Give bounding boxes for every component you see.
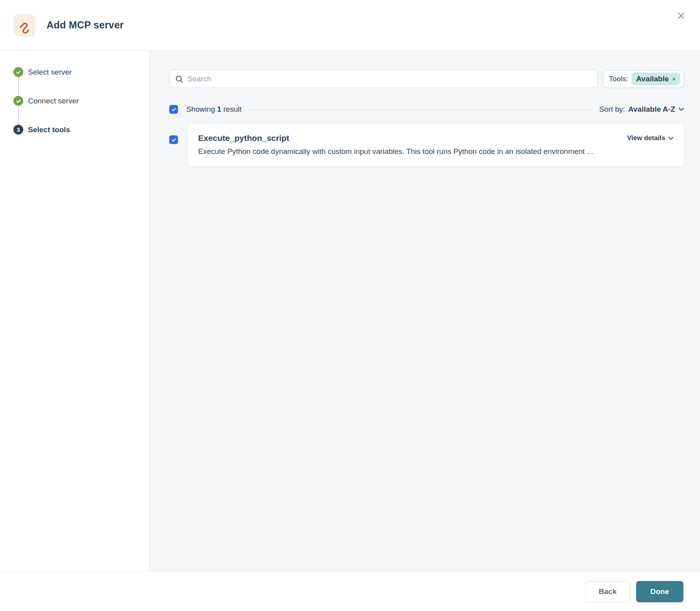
sort-label: Sort by: — [599, 105, 625, 114]
step-connector — [18, 77, 19, 96]
remove-filter-icon[interactable]: × — [672, 76, 676, 82]
dialog-title: Add MCP server — [47, 19, 124, 31]
step-select-server[interactable]: Select server — [13, 67, 149, 77]
tool-card: Execute_python_script View details Execu… — [187, 123, 684, 167]
close-button[interactable] — [676, 10, 687, 21]
done-button[interactable]: Done — [636, 581, 683, 602]
step-connector — [18, 106, 19, 125]
check-icon — [171, 107, 176, 112]
dialog-footer: Back Done — [0, 572, 700, 611]
select-all-checkbox[interactable] — [169, 105, 178, 114]
tool-card-header: Execute_python_script View details — [198, 133, 674, 143]
step-complete-badge — [13, 67, 23, 77]
dialog-header: Add MCP server — [0, 0, 700, 51]
tools-toolbar: Tools: Available × — [169, 70, 684, 88]
chevron-down-icon — [678, 107, 684, 111]
step-select-tools[interactable]: 3 Select tools — [13, 125, 149, 135]
search-icon — [176, 75, 183, 83]
tool-name: Execute_python_script — [198, 133, 289, 143]
view-details-button[interactable]: View details — [627, 134, 674, 142]
filter-value-pill: Available × — [632, 73, 680, 85]
step-complete-badge — [13, 96, 23, 106]
check-icon — [171, 137, 176, 142]
step-number-badge: 3 — [13, 125, 23, 135]
step-label: Connect server — [28, 97, 79, 105]
search-input[interactable] — [187, 75, 597, 83]
tool-list-item: Execute_python_script View details Execu… — [169, 123, 684, 167]
select-tools-panel: Tools: Available × Showing 1 result — [150, 51, 700, 572]
back-button[interactable]: Back — [585, 581, 630, 602]
sort-value: Available A-Z — [628, 105, 675, 114]
chevron-down-icon — [668, 137, 674, 140]
search-box — [169, 70, 598, 88]
check-icon — [16, 69, 21, 75]
results-bar: Showing 1 result Sort by: Available A-Z — [169, 105, 684, 114]
step-label: Select server — [28, 68, 72, 77]
stepper-sidebar: Select server Connect server 3 Select to… — [0, 51, 150, 572]
step-number: 3 — [17, 127, 20, 133]
sort-control[interactable]: Sort by: Available A-Z — [599, 105, 684, 114]
filter-label: Tools: — [609, 75, 629, 83]
squiggle-logo-icon — [16, 17, 33, 34]
results-count-text: Showing 1 result — [186, 105, 242, 114]
dialog-body: Select server Connect server 3 Select to… — [0, 51, 700, 572]
tool-checkbox[interactable] — [169, 135, 178, 144]
tools-filter-chip[interactable]: Tools: Available × — [603, 70, 684, 88]
filter-value: Available — [636, 75, 669, 83]
check-icon — [16, 98, 21, 104]
divider — [249, 109, 593, 110]
mcp-server-logo — [13, 14, 36, 36]
step-label: Select tools — [28, 126, 70, 134]
close-icon — [677, 11, 685, 20]
tool-description: Execute Python code dynamically with cus… — [198, 147, 674, 156]
view-details-label: View details — [627, 134, 665, 142]
add-mcp-server-dialog: Add MCP server Select server — [0, 0, 700, 611]
step-connect-server[interactable]: Connect server — [13, 96, 149, 106]
